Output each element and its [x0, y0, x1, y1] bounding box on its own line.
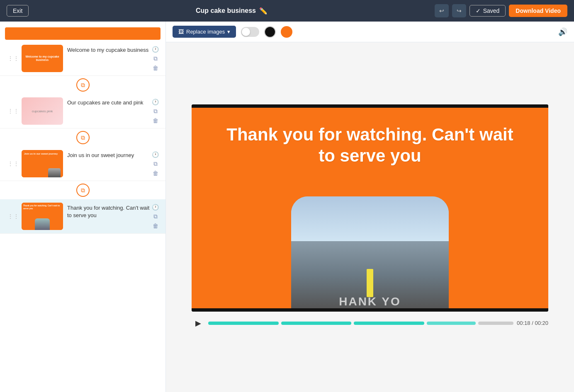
- black-bar-top: [192, 104, 548, 108]
- replace-images-label: Replace images: [186, 29, 225, 35]
- slide-item[interactable]: ⋮⋮ Join us in our sweet journey Join us …: [0, 147, 165, 181]
- transition-2: ⧉: [0, 128, 165, 147]
- slide-3-thumbnail: Join us in our sweet journey: [22, 150, 63, 177]
- slide-4-actions: 🕐 ⧉ 🗑: [150, 203, 161, 230]
- drag-handle[interactable]: ⋮⋮: [5, 150, 22, 177]
- replace-images-button[interactable]: 🖼 Replace images ▾: [173, 26, 236, 38]
- progress-segment-4: [427, 322, 476, 325]
- toggle-knob: [242, 28, 250, 36]
- progress-segment-2: [281, 322, 352, 325]
- progress-segment-3: [354, 322, 424, 325]
- slide-3-actions: 🕐 ⧉ 🗑: [150, 150, 161, 177]
- drag-handle[interactable]: ⋮⋮: [5, 45, 22, 72]
- road-lane: [367, 269, 373, 297]
- dropdown-chevron-icon: ▾: [227, 29, 230, 35]
- main-layout: ⋮⋮ Welcome to my cupcake business Welcom…: [0, 22, 574, 392]
- black-bar-bottom: [192, 308, 548, 312]
- slide-4-title: Thank you for watching. Can't wait to se…: [67, 204, 150, 219]
- progress-segment-1: [208, 322, 279, 325]
- header-center: Cup cake business ✏️: [196, 7, 268, 15]
- edit-title-icon[interactable]: ✏️: [259, 7, 268, 15]
- project-title: Cup cake business: [196, 7, 256, 15]
- transition-circle-2[interactable]: ⧉: [76, 131, 90, 144]
- slide-4-info: Thank you for watching. Can't wait to se…: [67, 203, 150, 230]
- timing-icon[interactable]: 🕐: [152, 151, 159, 158]
- redo-button[interactable]: ↪: [452, 4, 466, 17]
- color-swatch-black[interactable]: [264, 26, 276, 38]
- header-left: Exit: [7, 5, 29, 17]
- slide-item[interactable]: ⋮⋮ Welcome to my cupcake business Welcom…: [0, 41, 165, 76]
- slide-1-actions: 🕐 ⧉ 🗑: [150, 45, 161, 72]
- video-preview-area: Thank you for watching. Can't wait to se…: [166, 42, 574, 392]
- video-image-container: HANK YO: [291, 196, 449, 308]
- slide-4-thumbnail: Thank you for watching. Can't wait to se…: [22, 203, 63, 230]
- slide-1-title: Welcome to my cupcake business: [67, 46, 150, 54]
- delete-icon[interactable]: 🗑: [153, 223, 158, 229]
- timing-icon[interactable]: 🕐: [152, 46, 159, 53]
- slide-2-thumbnail: cupcakes pink: [22, 97, 63, 125]
- checkmark-icon: ✓: [476, 7, 481, 14]
- transition-circle-1[interactable]: ⧉: [76, 78, 90, 92]
- video-time-display: 00:18 / 00:20: [517, 320, 548, 326]
- drag-handle[interactable]: ⋮⋮: [5, 97, 22, 125]
- delete-icon[interactable]: 🗑: [153, 117, 158, 124]
- road-sky: [291, 196, 449, 247]
- undo-button[interactable]: ↩: [435, 4, 449, 17]
- slide-2-actions: 🕐 ⧉ 🗑: [150, 97, 161, 125]
- download-video-button[interactable]: Download Video: [509, 5, 567, 17]
- color-swatch-orange[interactable]: [281, 26, 292, 38]
- slide-2-thumb-text: cupcakes pink: [30, 108, 55, 115]
- saved-button[interactable]: ✓ Saved: [469, 5, 506, 17]
- image-icon: 🖼: [178, 29, 184, 35]
- slide-1-thumbnail: Welcome to my cupcake business: [22, 45, 63, 72]
- delete-icon[interactable]: 🗑: [153, 170, 158, 177]
- transition-1: ⧉: [0, 76, 165, 94]
- timing-icon[interactable]: 🕐: [152, 99, 159, 105]
- content-area: 🖼 Replace images ▾ 🔊 Thank you for watch…: [166, 22, 574, 392]
- current-time: 00:18: [517, 320, 530, 326]
- progress-segments[interactable]: [208, 322, 513, 325]
- toggle-switch[interactable]: [241, 27, 259, 37]
- slide-3-title: Join us in our sweet journey: [67, 152, 150, 159]
- slide-2-title: Our cupcakes are cute and pink: [67, 99, 150, 106]
- slide-2-info: Our cupcakes are cute and pink: [67, 97, 150, 125]
- drag-handle[interactable]: ⋮⋮: [5, 203, 22, 230]
- delete-icon[interactable]: 🗑: [153, 65, 158, 71]
- video-slide-title: Thank you for watching. Can't wait to se…: [216, 124, 523, 166]
- slide-4-thumb-text: Thank you for watching. Can't wait to se…: [23, 204, 63, 210]
- play-button[interactable]: ▶: [192, 317, 205, 330]
- header-right: ↩ ↪ ✓ Saved Download Video: [435, 4, 567, 17]
- road-text-overlay: HANK YO: [339, 295, 401, 308]
- slide-3-thumb-text: Join us in our sweet journey: [24, 152, 58, 155]
- slide-3-info: Join us in our sweet journey: [67, 150, 150, 177]
- total-time: 00:20: [535, 320, 548, 326]
- duplicate-icon[interactable]: ⧉: [153, 55, 158, 62]
- volume-button[interactable]: 🔊: [558, 27, 567, 36]
- slide-1-info: Welcome to my cupcake business: [67, 45, 150, 72]
- partial-slide-top: [5, 27, 161, 40]
- road-image: HANK YO: [291, 196, 449, 308]
- saved-label: Saved: [483, 7, 500, 14]
- slide-item[interactable]: ⋮⋮ cupcakes pink Our cupcakes are cute a…: [0, 94, 165, 128]
- transition-3: ⧉: [0, 181, 165, 199]
- exit-button[interactable]: Exit: [7, 5, 29, 17]
- video-slide: Thank you for watching. Can't wait to se…: [192, 108, 548, 308]
- app-header: Exit Cup cake business ✏️ ↩ ↪ ✓ Saved Do…: [0, 0, 574, 22]
- duplicate-icon[interactable]: ⧉: [153, 160, 158, 167]
- video-progress-area: ▶ 00:18 / 00:20: [192, 317, 548, 330]
- duplicate-icon[interactable]: ⧉: [153, 213, 158, 220]
- editor-toolbar: 🖼 Replace images ▾ 🔊: [166, 22, 574, 42]
- duplicate-icon[interactable]: ⧉: [153, 108, 158, 115]
- slide-item-active[interactable]: ⋮⋮ Thank you for watching. Can't wait to…: [0, 199, 165, 234]
- timing-icon[interactable]: 🕐: [152, 204, 159, 211]
- slides-sidebar: ⋮⋮ Welcome to my cupcake business Welcom…: [0, 22, 166, 392]
- progress-segment-5: [478, 322, 513, 325]
- transition-circle-3[interactable]: ⧉: [76, 184, 90, 197]
- slide-1-thumb-text: Welcome to my cupcake business: [22, 53, 63, 64]
- video-container: Thank you for watching. Can't wait to se…: [192, 104, 548, 312]
